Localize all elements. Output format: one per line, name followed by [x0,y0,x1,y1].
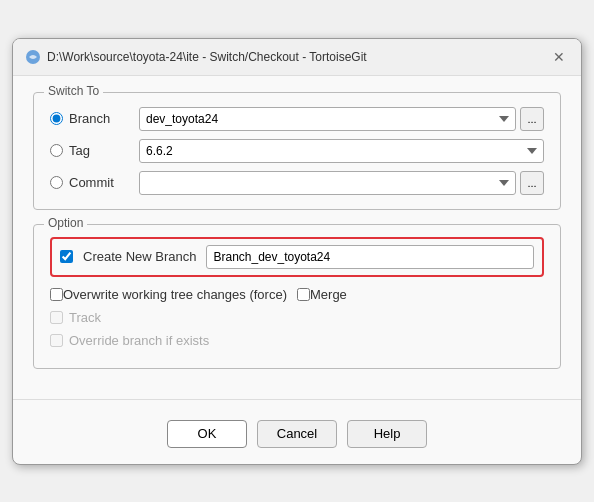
commit-row: Commit ... [50,171,544,195]
commit-dropdown[interactable] [139,171,516,195]
branch-row: Branch dev_toyota24 ... [50,107,544,131]
override-label[interactable]: Override branch if exists [69,333,209,348]
dialog-content: Switch To Branch dev_toyota24 ... Tag [13,76,581,399]
option-group-title: Option [44,216,87,230]
help-button[interactable]: Help [347,420,427,448]
title-bar-left: D:\Work\source\toyota-24\ite - Switch/Ch… [25,49,367,65]
create-branch-row: Create New Branch [50,237,544,277]
switch-to-group: Switch To Branch dev_toyota24 ... Tag [33,92,561,210]
overwrite-part: Overwrite working tree changes (force) [50,287,297,302]
override-checkbox[interactable] [50,334,63,347]
branch-combo-wrapper: dev_toyota24 ... [139,107,544,131]
app-icon [25,49,41,65]
merge-label[interactable]: Merge [310,287,347,302]
branch-radio[interactable] [50,112,63,125]
branch-browse-button[interactable]: ... [520,107,544,131]
title-bar: D:\Work\source\toyota-24\ite - Switch/Ch… [13,39,581,76]
commit-combo-wrapper: ... [139,171,544,195]
tag-dropdown[interactable]: 6.6.2 [139,139,544,163]
create-branch-checkbox[interactable] [60,250,73,263]
commit-browse-button[interactable]: ... [520,171,544,195]
branch-radio-label[interactable]: Branch [69,111,139,126]
main-window: D:\Work\source\toyota-24\ite - Switch/Ch… [12,38,582,465]
tag-combo-wrapper: 6.6.2 [139,139,544,163]
cancel-button[interactable]: Cancel [257,420,337,448]
footer: OK Cancel Help [13,410,581,464]
track-label[interactable]: Track [69,310,101,325]
footer-separator [13,399,581,400]
overwrite-label[interactable]: Overwrite working tree changes (force) [63,287,287,302]
option-group: Option Create New Branch Overwrite worki… [33,224,561,369]
merge-part: Merge [297,287,544,302]
track-checkbox[interactable] [50,311,63,324]
overwrite-checkbox[interactable] [50,288,63,301]
tag-radio[interactable] [50,144,63,157]
override-row: Override branch if exists [50,333,544,348]
window-title: D:\Work\source\toyota-24\ite - Switch/Ch… [47,50,367,64]
create-branch-label[interactable]: Create New Branch [83,249,196,264]
commit-radio[interactable] [50,176,63,189]
tag-row: Tag 6.6.2 [50,139,544,163]
merge-checkbox[interactable] [297,288,310,301]
switch-to-title: Switch To [44,84,103,98]
close-button[interactable]: ✕ [549,47,569,67]
track-row: Track [50,310,544,325]
commit-radio-label[interactable]: Commit [69,175,139,190]
overwrite-merge-row: Overwrite working tree changes (force) M… [50,287,544,302]
branch-name-input[interactable] [206,245,534,269]
branch-dropdown[interactable]: dev_toyota24 [139,107,516,131]
ok-button[interactable]: OK [167,420,247,448]
tag-radio-label[interactable]: Tag [69,143,139,158]
